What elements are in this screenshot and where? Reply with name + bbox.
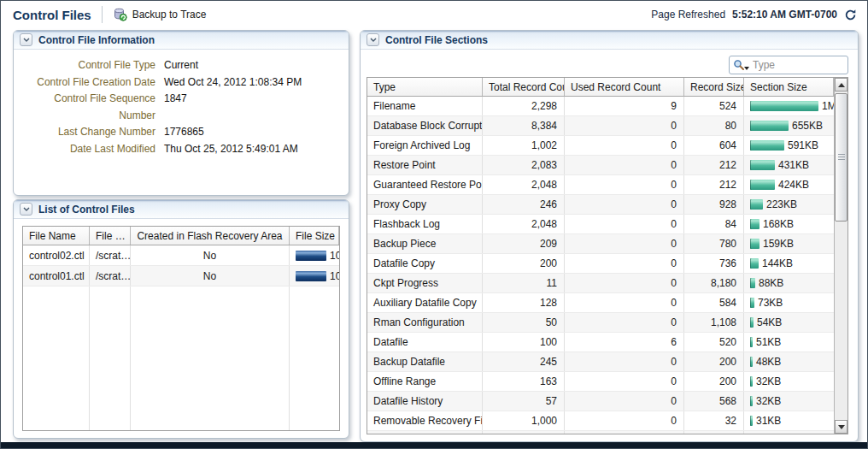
type-filter-box	[729, 56, 848, 74]
field-value: Thu Oct 25, 2012 5:49:01 AM	[164, 141, 298, 158]
flash-recovery-cell: No	[131, 266, 290, 286]
vertical-scrollbar[interactable]	[834, 78, 847, 434]
col-header-file-name[interactable]: File Name	[23, 227, 90, 245]
section-size-bar	[750, 199, 763, 210]
total-record-count-cell: 2,298	[483, 97, 565, 115]
section-row[interactable]: Offline Range 163 0 200 32KB	[367, 372, 834, 392]
total-record-count-cell: 11	[483, 274, 565, 292]
section-size-value: 73KB	[758, 297, 783, 309]
col-header-flash-area[interactable]: Created in Flash Recovery Area	[131, 227, 290, 245]
collapse-chevron-icon[interactable]	[20, 33, 32, 46]
file-size-cell: 10MB	[290, 245, 339, 265]
section-size-bar	[750, 337, 753, 347]
backup-to-trace-button[interactable]: Backup to Trace	[113, 8, 207, 21]
field-value: 1847	[164, 91, 187, 124]
section-size-value: 88KB	[759, 277, 783, 289]
scrollbar-thumb[interactable]	[835, 93, 847, 222]
used-record-count-cell: 0	[565, 175, 684, 194]
field-label: Date Last Modified	[19, 141, 164, 158]
control-file-row[interactable]: control02.ctl /scrat… No 10MB	[23, 245, 339, 266]
field-value: Current	[164, 57, 198, 74]
title-separator	[102, 6, 103, 23]
thumb-grip-icon	[838, 154, 845, 161]
section-size-value: 31KB	[756, 415, 781, 427]
section-size-cell: 73KB	[744, 293, 834, 312]
file-size-cell: 10MB	[290, 266, 339, 286]
record-size-cell: 212	[684, 175, 744, 194]
section-type-cell: Proxy Copy	[367, 195, 483, 214]
control-files-table: File Name File … Created in Flash Recove…	[22, 226, 340, 431]
file-directory-cell: /scrat…	[90, 245, 131, 265]
col-header-record-size[interactable]: Record Size	[684, 78, 744, 96]
file-size-value: 10MB	[330, 270, 339, 282]
section-row[interactable]: Rman Configuration 50 0 1,108 54KB	[367, 313, 834, 333]
section-type-cell: Foreign Archived Log	[367, 136, 483, 155]
section-row[interactable]: Instance Space Reservation 1,055 1 28 29…	[367, 431, 834, 434]
section-type-cell: Auxiliary Datafile Copy	[367, 293, 483, 312]
collapse-chevron-icon[interactable]	[20, 203, 32, 216]
col-header-used-count[interactable]: Used Record Count	[565, 78, 684, 96]
total-record-count-cell: 50	[483, 313, 565, 332]
used-record-count-cell: 0	[565, 136, 684, 155]
section-size-cell: 431KB	[744, 156, 834, 174]
triangle-up-icon	[838, 83, 845, 87]
section-size-value: 54KB	[757, 316, 782, 328]
used-record-count-cell: 0	[565, 215, 684, 233]
record-size-cell: 28	[684, 431, 744, 434]
info-field-row: Last Change Number 1776865	[19, 124, 343, 141]
record-size-cell: 1,108	[684, 313, 744, 332]
table-header-row: Type Total Record Count Used Record Coun…	[367, 78, 834, 97]
section-row[interactable]: Database Block Corruption 8,384 0 80 655…	[367, 116, 834, 136]
section-row[interactable]: Guaranteed Restore Point 2,048 0 212 424…	[367, 175, 834, 195]
section-size-bar	[750, 219, 760, 229]
section-size-bar	[750, 140, 784, 151]
scroll-down-button[interactable]	[835, 420, 847, 434]
type-filter-input[interactable]	[751, 58, 844, 72]
refresh-icon[interactable]	[844, 9, 857, 21]
scrollbar-track[interactable]	[835, 92, 847, 420]
section-row[interactable]: Datafile Copy 200 0 736 144KB	[367, 254, 834, 274]
section-row[interactable]: Backup Datafile 245 0 200 48KB	[367, 352, 834, 372]
col-header-type[interactable]: Type	[367, 78, 483, 96]
total-record-count-cell: 245	[483, 352, 565, 371]
section-type-cell: Datafile History	[367, 392, 483, 411]
scroll-up-button[interactable]	[835, 78, 847, 92]
section-row[interactable]: Datafile History 57 0 568 32KB	[367, 392, 834, 411]
record-size-cell: 32	[684, 411, 744, 430]
info-field-row: Control File Type Current	[19, 57, 343, 74]
section-row[interactable]: Restore Point 2,083 0 212 431KB	[367, 156, 834, 175]
section-row[interactable]: Foreign Archived Log 1,002 0 604 591KB	[367, 136, 834, 156]
used-record-count-cell: 0	[565, 293, 684, 312]
col-header-section-size[interactable]: Section Size	[744, 78, 834, 96]
section-size-bar	[750, 298, 754, 308]
used-record-count-cell: 0	[565, 156, 684, 174]
section-row[interactable]: Removable Recovery Files 1,000 0 32 31KB	[367, 411, 834, 431]
control-files-page: Control Files Backup to Trace Page Refre…	[0, 0, 868, 449]
search-icon[interactable]	[733, 59, 745, 71]
page-refreshed-time: 5:52:10 AM GMT-0700	[732, 9, 837, 21]
used-record-count-cell: 0	[565, 116, 684, 135]
section-type-cell: Database Block Corruption	[367, 116, 483, 135]
search-dropdown-caret-icon[interactable]	[744, 67, 749, 70]
section-type-cell: Guaranteed Restore Point	[367, 175, 483, 194]
section-row[interactable]: Filename 2,298 9 524 1MB	[367, 97, 834, 116]
section-row[interactable]: Ckpt Progress 11 0 8,180 88KB	[367, 274, 834, 293]
section-row[interactable]: Auxiliary Datafile Copy 128 0 584 73KB	[367, 293, 834, 313]
total-record-count-cell: 163	[483, 372, 565, 391]
file-name-cell: control02.ctl	[23, 245, 90, 265]
record-size-cell: 80	[684, 116, 744, 135]
col-header-total-count[interactable]: Total Record Count	[483, 78, 565, 96]
col-header-file-size[interactable]: File Size	[290, 227, 339, 245]
total-record-count-cell: 100	[483, 333, 565, 352]
used-record-count-cell: 0	[565, 352, 684, 371]
section-row[interactable]: Proxy Copy 246 0 928 223KB	[367, 195, 834, 215]
section-row[interactable]: Datafile 100 6 520 51KB	[367, 333, 834, 352]
record-size-cell: 524	[684, 97, 744, 115]
section-row[interactable]: Flashback Log 2,048 0 84 168KB	[367, 215, 834, 234]
record-size-cell: 200	[684, 352, 744, 371]
section-row[interactable]: Backup Piece 209 0 780 159KB	[367, 234, 834, 254]
collapse-chevron-icon[interactable]	[367, 33, 379, 46]
col-header-file-dir[interactable]: File …	[90, 227, 131, 245]
control-file-row[interactable]: control01.ctl /scrat… No 10MB	[23, 266, 339, 287]
file-name-cell: control01.ctl	[23, 266, 90, 286]
